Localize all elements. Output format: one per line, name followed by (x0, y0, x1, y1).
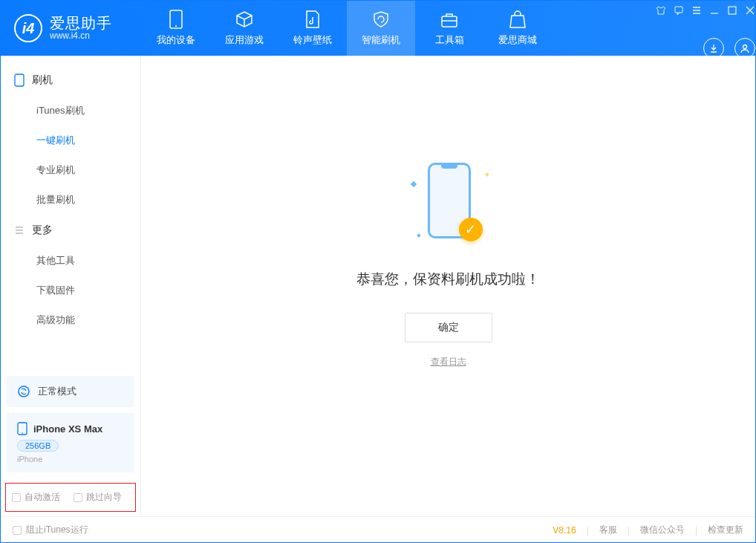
checkbox-label: 阻止iTunes运行 (26, 524, 88, 536)
nav-apps-games[interactable]: 应用游戏 (210, 1, 278, 56)
toolbox-icon (440, 10, 459, 29)
sidebar-group-flash: 刷机 (1, 65, 140, 96)
refresh-icon (17, 385, 30, 398)
nav-store[interactable]: 爱思商城 (483, 1, 552, 56)
shirt-icon[interactable] (656, 5, 666, 16)
phone-icon (14, 74, 25, 87)
sidebar-item-oneclick-flash[interactable]: 一键刷机 (1, 126, 140, 155)
sidebar-item-batch-flash[interactable]: 批量刷机 (1, 185, 140, 215)
nav-toolbox[interactable]: 工具箱 (415, 1, 483, 56)
nav-label: 爱思商城 (498, 33, 537, 47)
sidebar-item-itunes-flash[interactable]: iTunes刷机 (1, 96, 140, 126)
device-name: iPhone XS Max (33, 423, 102, 435)
device-type: iPhone (17, 455, 124, 464)
nav-my-device[interactable]: 我的设备 (142, 1, 210, 56)
feedback-icon[interactable] (674, 5, 684, 16)
main-content: ✓ 恭喜您，保资料刷机成功啦！ 确定 查看日志 (141, 56, 755, 516)
success-illustration: ✓ (404, 160, 493, 249)
checkbox-auto-activate[interactable]: 自动激活 (12, 491, 60, 504)
svg-point-9 (22, 432, 23, 434)
version-label: V8.16 (553, 525, 576, 536)
bag-icon (508, 10, 527, 29)
sidebar: 刷机 iTunes刷机 一键刷机 专业刷机 批量刷机 更多 其他工具 下载固件 … (1, 56, 141, 516)
success-message: 恭喜您，保资料刷机成功啦！ (356, 270, 540, 289)
minimize-button[interactable] (709, 5, 720, 16)
svg-rect-2 (442, 16, 457, 27)
sidebar-group-more: 更多 (1, 215, 140, 246)
header: i4 爱思助手 www.i4.cn 我的设备 应用游戏 铃声壁纸 智能刷机 工具… (1, 1, 755, 56)
svg-rect-4 (729, 7, 736, 14)
shield-refresh-icon (371, 10, 391, 29)
app-title: 爱思助手 (50, 15, 112, 31)
sidebar-item-other-tools[interactable]: 其他工具 (1, 246, 140, 276)
nav-label: 工具箱 (435, 33, 464, 47)
close-button[interactable] (745, 5, 755, 16)
checkbox-label: 跳过向导 (86, 491, 122, 504)
checkbox-block-itunes[interactable]: 阻止iTunes运行 (13, 524, 88, 536)
nav-smart-flash[interactable]: 智能刷机 (347, 1, 415, 56)
maximize-button[interactable] (727, 5, 737, 16)
device-panel[interactable]: iPhone XS Max 256GB iPhone (7, 413, 134, 472)
cube-icon (235, 10, 254, 29)
logo-area: i4 爱思助手 www.i4.cn (1, 14, 142, 42)
svg-point-1 (175, 25, 177, 27)
music-file-icon (303, 10, 322, 29)
app-subtitle: www.i4.cn (50, 31, 112, 41)
svg-point-7 (19, 386, 29, 397)
nav-label: 应用游戏 (225, 33, 264, 47)
svg-rect-6 (15, 74, 24, 86)
ok-button[interactable]: 确定 (405, 313, 492, 342)
nav-ringtone-wallpaper[interactable]: 铃声壁纸 (278, 1, 347, 56)
mode-indicator[interactable]: 正常模式 (7, 376, 134, 407)
list-icon (14, 225, 25, 235)
device-icon (166, 10, 186, 29)
svg-rect-3 (675, 7, 682, 13)
sidebar-group-label: 更多 (32, 224, 53, 237)
sidebar-item-pro-flash[interactable]: 专业刷机 (1, 155, 140, 185)
footer: 阻止iTunes运行 V8.16 | 客服 | 微信公众号 | 检查更新 (1, 516, 755, 543)
mode-label: 正常模式 (38, 385, 76, 398)
footer-link-wechat[interactable]: 微信公众号 (640, 524, 685, 536)
view-log-link[interactable]: 查看日志 (431, 356, 466, 368)
highlighted-options: 自动激活 跳过向导 (5, 483, 136, 512)
nav-label: 我的设备 (157, 33, 195, 47)
menu-icon[interactable] (691, 5, 702, 16)
footer-link-support[interactable]: 客服 (599, 524, 617, 536)
sidebar-item-advanced[interactable]: 高级功能 (1, 305, 140, 335)
nav-label: 铃声壁纸 (293, 33, 332, 47)
checkmark-badge-icon: ✓ (459, 218, 483, 241)
checkbox-skip-guide[interactable]: 跳过向导 (74, 491, 122, 504)
nav: 我的设备 应用游戏 铃声壁纸 智能刷机 工具箱 爱思商城 (142, 1, 552, 56)
window-controls (656, 5, 755, 16)
logo-icon: i4 (14, 14, 42, 42)
footer-link-check-update[interactable]: 检查更新 (708, 524, 743, 536)
checkbox-label: 自动激活 (25, 491, 60, 504)
svg-point-5 (743, 45, 747, 49)
device-capacity: 256GB (17, 440, 59, 452)
sidebar-item-download-firmware[interactable]: 下载固件 (1, 276, 140, 305)
nav-label: 智能刷机 (362, 33, 400, 47)
sidebar-group-label: 刷机 (32, 74, 53, 87)
phone-icon (17, 422, 27, 435)
